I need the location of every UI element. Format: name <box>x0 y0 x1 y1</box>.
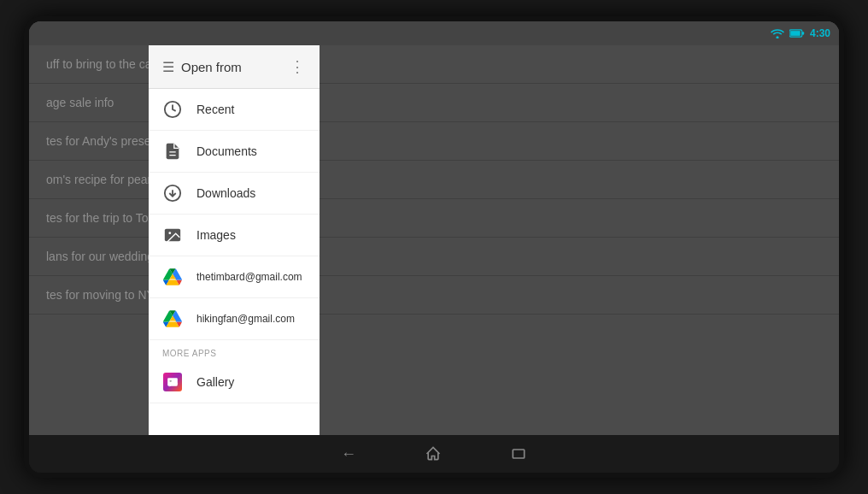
battery-icon <box>789 29 805 38</box>
drive-account2-label: hikingfan@gmail.com <box>196 313 295 325</box>
clock: 4:30 <box>810 27 830 39</box>
svg-point-10 <box>168 232 171 234</box>
svg-point-0 <box>776 36 778 38</box>
clock-icon <box>162 99 183 120</box>
svg-point-12 <box>170 380 172 382</box>
drive-account1-label: thetimbard@gmail.com <box>196 271 302 283</box>
menu-item-downloads[interactable]: Downloads <box>149 173 320 215</box>
more-apps-section-label: MORE APPS <box>149 340 320 362</box>
image-icon <box>162 225 183 245</box>
images-label: Images <box>196 228 236 242</box>
home-button[interactable] <box>425 445 442 462</box>
menu-item-drive-account2[interactable]: hikingfan@gmail.com <box>149 298 320 340</box>
wifi-icon <box>771 28 784 38</box>
status-bar: 4:30 <box>29 21 839 45</box>
dialog-title-text: Open from <box>181 60 242 74</box>
gallery-icon <box>162 372 183 392</box>
download-icon <box>162 183 183 203</box>
recent-label: Recent <box>196 103 234 116</box>
documents-label: Documents <box>196 144 257 158</box>
menu-item-images[interactable]: Images <box>149 215 320 256</box>
tablet-device: 4:30 uff to bring to the cabin in Tahoe … <box>24 16 844 478</box>
svg-rect-3 <box>802 32 804 34</box>
menu-lines-icon: ☰ <box>162 59 174 75</box>
svg-rect-13 <box>513 450 524 458</box>
downloads-label: Downloads <box>196 186 255 200</box>
document-icon <box>162 141 183 162</box>
screen: 4:30 uff to bring to the cabin in Tahoe … <box>29 21 839 435</box>
nav-bar: ← <box>29 435 839 473</box>
drive-icon-1 <box>162 267 183 287</box>
status-icons: 4:30 <box>771 27 830 39</box>
menu-item-recent[interactable]: Recent <box>149 89 320 131</box>
overflow-menu-icon[interactable]: ⋮ <box>290 57 306 76</box>
svg-rect-2 <box>790 31 800 36</box>
dialog-header: ☰ Open from ⋮ <box>149 45 320 89</box>
recents-button[interactable] <box>510 445 527 462</box>
menu-item-documents[interactable]: Documents <box>149 131 320 173</box>
open-from-dialog: ☰ Open from ⋮ Recent <box>149 45 320 435</box>
menu-item-drive-account1[interactable]: thetimbard@gmail.com <box>149 256 320 298</box>
drive-icon-2 <box>162 309 183 329</box>
gallery-label: Gallery <box>196 375 234 389</box>
back-button[interactable]: ← <box>341 445 356 463</box>
dialog-title-row: ☰ Open from <box>162 59 242 75</box>
menu-item-gallery[interactable]: Gallery <box>149 362 320 403</box>
